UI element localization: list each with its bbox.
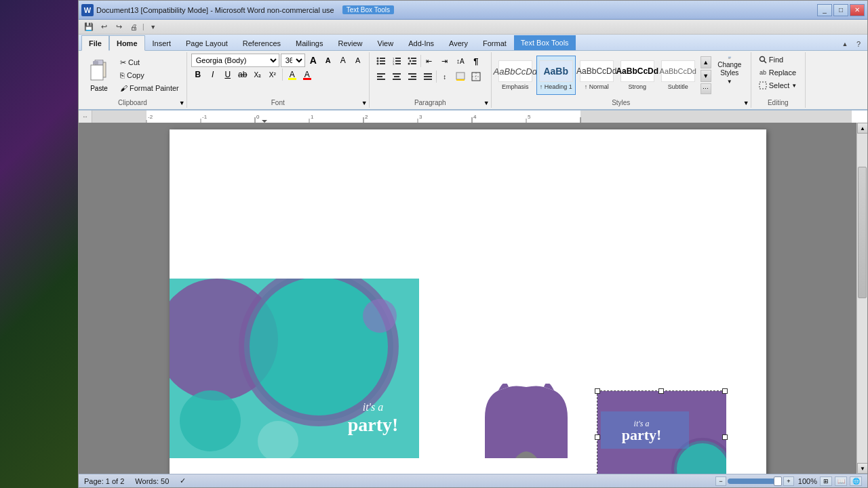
decrease-indent-button[interactable]: ⇤ (422, 54, 437, 68)
scroll-thumb[interactable] (858, 167, 867, 298)
font-name-select[interactable]: Georgia (Body) (191, 54, 279, 67)
tab-insert[interactable]: Insert (145, 35, 179, 50)
font-size-select[interactable]: 36 (281, 54, 305, 67)
superscript-button[interactable]: X² (266, 68, 279, 81)
scroll-track[interactable] (857, 134, 867, 463)
ribbon-minimize-button[interactable]: ▲ (839, 38, 851, 50)
numbering-button[interactable]: 1.2.3. (389, 54, 404, 68)
tab-review[interactable]: Review (330, 35, 370, 50)
replace-button[interactable]: ab Replace (755, 66, 801, 79)
borders-button[interactable] (469, 69, 484, 84)
svg-text:4: 4 (473, 114, 477, 120)
handle-tl[interactable] (595, 388, 600, 394)
save-quick-button[interactable]: 💾 (83, 21, 95, 33)
line-spacing-button[interactable]: ↕ (437, 69, 452, 84)
clipboard-expand-button[interactable]: ▼ (179, 100, 185, 106)
tab-addins[interactable]: Add-Ins (401, 35, 441, 50)
font-shrink-button[interactable]: A (321, 54, 335, 67)
view-web-button[interactable]: 🌐 (850, 476, 862, 486)
style-subtitle[interactable]: AaBbCcDd Subtitle (658, 56, 698, 95)
view-reading-button[interactable]: 📖 (835, 476, 847, 486)
party-textbox-selected[interactable]: it's a party! (597, 390, 726, 474)
svg-rect-31 (424, 73, 432, 75)
copy-button[interactable]: ⎘ Copy (117, 69, 182, 81)
style-heading1[interactable]: AaBb ↑ Heading 1 (536, 56, 576, 95)
italic-button[interactable]: I (206, 68, 220, 81)
redo-quick-button[interactable]: ↪ (113, 21, 125, 33)
sort-button[interactable]: ↕A (453, 54, 468, 68)
bold-button[interactable]: B (191, 68, 205, 81)
tab-format[interactable]: Format (475, 35, 514, 50)
document-scroll-area[interactable]: it's a party! (79, 123, 856, 474)
clear-formatting-button[interactable]: A (336, 54, 350, 67)
tab-view[interactable]: View (370, 35, 401, 50)
style-emphasis[interactable]: AaBbCcDd Emphasis (496, 56, 535, 95)
print-quick-button[interactable]: 🖨 (127, 21, 140, 33)
cut-button[interactable]: ✂ Cut (117, 56, 182, 68)
highlight-button[interactable]: A (285, 68, 299, 81)
svg-point-8 (376, 63, 378, 65)
spell-check-icon[interactable]: ✓ (180, 476, 186, 485)
scroll-down-button[interactable]: ▼ (857, 463, 867, 474)
align-left-button[interactable] (374, 69, 389, 84)
zoom-slider[interactable] (728, 479, 782, 484)
multilevel-button[interactable] (405, 54, 420, 68)
ruler-corner[interactable]: ↔ (79, 110, 92, 123)
subscript-button[interactable]: X₂ (251, 68, 264, 81)
zoom-out-button[interactable]: − (715, 476, 726, 486)
select-button[interactable]: Select ▼ (755, 79, 801, 92)
help-button[interactable]: ? (852, 38, 865, 50)
tab-file[interactable]: File (81, 35, 109, 51)
justify-button[interactable] (420, 69, 435, 84)
zoom-in-button[interactable]: + (783, 476, 794, 486)
styles-scroll-down-button[interactable]: ▼ (701, 70, 711, 82)
format-painter-button[interactable]: 🖌 Format Painter (117, 82, 182, 94)
zoom-handle[interactable] (774, 476, 782, 486)
align-center-button[interactable] (389, 69, 404, 84)
tab-textbox[interactable]: Text Box Tools (514, 35, 576, 50)
paste-button[interactable]: Paste (83, 56, 115, 95)
font-color-button[interactable]: A (300, 68, 314, 81)
handle-tr[interactable] (722, 388, 728, 394)
align-right-button[interactable] (405, 69, 420, 84)
style-normal[interactable]: AaBbCcDd ↑ Normal (577, 56, 616, 95)
style-strong[interactable]: AaBbCcDd Strong (618, 56, 657, 95)
styles-more-button[interactable]: ⋯ (701, 83, 711, 94)
change-styles-button[interactable]: Change Styles ▼ (713, 56, 747, 95)
customize-quick-access-button[interactable]: ▼ (147, 21, 159, 33)
paragraph-group: 1.2.3. ⇤ ⇥ ↕A ¶ (370, 52, 492, 108)
scroll-up-button[interactable]: ▲ (857, 123, 867, 134)
tab-avery[interactable]: Avery (441, 35, 475, 50)
tab-mailings[interactable]: Mailings (288, 35, 330, 50)
handle-mr[interactable] (722, 434, 728, 440)
font-grow-button[interactable]: A (307, 54, 320, 67)
view-layout-button[interactable]: ⊞ (820, 476, 832, 486)
maximize-button[interactable]: □ (833, 4, 848, 16)
font-expand-button[interactable]: ▼ (361, 100, 368, 106)
underline-button[interactable]: U (221, 68, 235, 81)
find-icon (759, 56, 767, 64)
party-image-main[interactable]: it's a party! (170, 279, 419, 458)
svg-rect-7 (380, 60, 385, 62)
handle-ml[interactable] (595, 434, 600, 440)
tab-pagelayout[interactable]: Page Layout (178, 35, 235, 50)
styles-expand-button[interactable]: ▼ (743, 100, 749, 106)
svg-text:it's a: it's a (362, 401, 383, 413)
show-hide-button[interactable]: ¶ (469, 54, 484, 68)
minimize-button[interactable]: _ (817, 4, 832, 16)
tab-home[interactable]: Home (109, 35, 145, 51)
shading-button[interactable] (453, 69, 468, 84)
close-button[interactable]: ✕ (850, 4, 865, 16)
bullets-button[interactable] (374, 54, 389, 68)
tab-references[interactable]: References (235, 35, 288, 50)
paragraph-expand-button[interactable]: ▼ (484, 100, 490, 106)
strikethrough-button[interactable]: ab (236, 68, 250, 81)
find-button[interactable]: Find (755, 54, 801, 66)
text-effects-button[interactable]: A (351, 54, 365, 67)
handle-tc[interactable] (658, 388, 664, 394)
styles-scroll-up-button[interactable]: ▲ (701, 56, 711, 68)
undo-quick-button[interactable]: ↩ (98, 21, 110, 33)
increase-indent-button[interactable]: ⇥ (437, 54, 452, 68)
style-subtitle-text: AaBbCcDd (660, 67, 696, 75)
font-row-2: B I U ab X₂ X² A A (191, 68, 314, 81)
